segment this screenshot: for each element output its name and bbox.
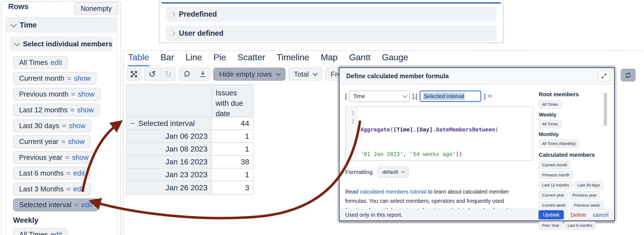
member-chip-previous-year[interactable]: Previous year=show [13, 151, 95, 164]
table-row[interactable]: Jan 16 2023 38 [127, 156, 253, 168]
tab-line[interactable]: Line [185, 52, 202, 67]
update-button[interactable]: Update [538, 210, 564, 219]
cancel-link[interactable]: cancel [593, 212, 609, 218]
row-label-cell[interactable]: Jan 26 2023 [127, 181, 212, 194]
table-row[interactable]: Jan 26 2023 3 [127, 181, 253, 194]
monthly-member-chip[interactable]: All Times (Monthly) [539, 140, 579, 148]
member-chip-current-month[interactable]: Current month=show [13, 72, 97, 85]
tutorial-link[interactable]: calculated members tutorial [360, 189, 426, 195]
row-label-cell[interactable]: −Selected interval [127, 117, 212, 129]
member-eq: = [66, 169, 70, 177]
row-label-cell[interactable]: Jan 08 2023 [127, 143, 212, 155]
sidebar-scrollbar[interactable] [604, 93, 607, 126]
download-button[interactable] [195, 70, 210, 78]
hide-empty-rows-button[interactable]: Hide empty rows [213, 68, 285, 81]
member-chip-all-times[interactable]: All Timesedit [13, 56, 68, 69]
code-token: , [403, 151, 410, 157]
member-action-link[interactable]: edit [73, 185, 85, 193]
report-table: Issues with due date −Selected interval … [126, 85, 254, 195]
member-action-link[interactable]: show [77, 106, 94, 114]
editor-code[interactable]: Aggregate([Time].[Day].DateMembersBetwee… [357, 107, 498, 160]
measure-header-cell[interactable]: Issues with due date [212, 85, 253, 117]
expand-table-button[interactable] [126, 68, 142, 81]
undo-icon: ↺ [149, 70, 156, 79]
calc-member-chip[interactable]: Previous year [569, 191, 600, 199]
tab-scatter[interactable]: Scatter [237, 52, 265, 67]
table-toolbar: ↺ ↻ Hide empty rows Total Freeze he [126, 68, 369, 81]
calc-member-chip[interactable]: Current week [539, 201, 569, 209]
row-label-cell[interactable]: Jan 16 2023 [127, 156, 212, 168]
code-token: '54 weeks ago' [410, 151, 456, 157]
row-value-cell: 38 [212, 156, 253, 168]
select-individual-members-header[interactable]: Select individual members [10, 37, 113, 51]
table-row[interactable]: −Selected interval 44 [127, 117, 253, 130]
member-action-link[interactable]: show [74, 74, 91, 83]
delete-link[interactable]: Delete [570, 212, 586, 218]
member-action-link[interactable]: show [78, 90, 95, 98]
tab-gantt[interactable]: Gantt [349, 52, 370, 67]
time-dimension-header[interactable]: Time [6, 17, 117, 33]
calc-member-chip[interactable]: Last 12 months [539, 181, 572, 189]
tab-map[interactable]: Map [321, 52, 338, 67]
tab-table[interactable]: Table [128, 52, 149, 67]
member-name-input[interactable]: Selected interval [420, 91, 481, 102]
tab-gauge[interactable]: Gauge [382, 52, 408, 67]
row-value-cell: 3 [212, 181, 253, 194]
table-row[interactable]: Jan 06 2023 1 [127, 130, 253, 143]
member-eq: = [74, 201, 78, 209]
dialog-title: Define calculated member formula [346, 73, 449, 80]
predefined-section-row[interactable]: Predefined [166, 7, 496, 22]
row-label-cell[interactable]: Jan 23 2023 [127, 168, 212, 181]
line-number: 1 [346, 109, 354, 117]
code-token: [Time] [393, 126, 413, 133]
member-action-link[interactable]: show [68, 137, 85, 146]
member-label: Last 30 days [19, 122, 59, 130]
member-action-link[interactable]: edit [73, 169, 85, 177]
code-token: Aggregate [360, 126, 390, 133]
calc-member-chip[interactable]: Last 6 months [564, 221, 596, 230]
collapse-minus-icon[interactable]: − [131, 119, 135, 128]
member-chip-last-30-days[interactable]: Last 30 days=show [13, 119, 91, 132]
undo-redo-group: ↺ ↻ [144, 68, 176, 81]
member-chip-selected-interval[interactable]: Selected interval=edit [13, 198, 98, 211]
member-chip-last-6-months[interactable]: Last 6 months=edit [13, 167, 91, 180]
member-action-link[interactable]: edit [50, 58, 62, 67]
member-action-link[interactable]: show [72, 153, 89, 162]
tab-timeline[interactable]: Timeline [276, 52, 309, 67]
formula-code-editor[interactable]: 1 2 Aggregate([Time].[Day].DateMembersBe… [345, 106, 533, 161]
tab-pie[interactable]: Pie [213, 52, 226, 67]
table-row[interactable]: Jan 23 2023 1 [127, 168, 253, 181]
calc-member-chip[interactable]: Previous week [571, 201, 603, 209]
member-chip-weekly-all-times[interactable]: All Timesedit [13, 228, 68, 235]
root-members-heading: Root members [539, 91, 605, 98]
nonempty-button[interactable]: Nonempty [74, 2, 118, 15]
member-action-link[interactable]: show [69, 122, 86, 130]
member-chip-current-year[interactable]: Current year=show [13, 135, 91, 148]
weekly-member-chip[interactable]: All Times [539, 120, 561, 128]
member-chip-previous-month[interactable]: Previous month=show [13, 88, 101, 101]
member-chip-last-3-months[interactable]: Last 3 Months=edit [13, 183, 91, 195]
member-label: Previous month [19, 90, 68, 98]
bracket-open: [ [345, 93, 347, 100]
member-action-link[interactable]: edit [81, 201, 92, 209]
refresh-report-button[interactable] [621, 69, 636, 82]
row-label-cell[interactable]: Jan 06 2023 [127, 130, 212, 142]
calc-member-chip[interactable]: Current month [539, 161, 571, 169]
root-member-chip[interactable]: All Times [539, 100, 561, 109]
total-button[interactable]: Total [288, 68, 322, 81]
table-row[interactable]: Jan 08 2023 1 [127, 143, 253, 156]
comment-button[interactable] [179, 70, 195, 78]
calc-member-chip[interactable]: Prev Year [539, 221, 562, 230]
dialog-resize-button[interactable] [598, 71, 610, 82]
member-action-link[interactable]: edit [50, 230, 62, 235]
redo-button[interactable]: ↻ [160, 70, 176, 79]
calc-member-chip[interactable]: Current year [539, 191, 567, 199]
tab-bar[interactable]: Bar [161, 52, 174, 67]
dimension-select[interactable]: Time [349, 91, 410, 102]
member-chip-last-12-months[interactable]: Last 12 months=show [13, 104, 100, 116]
user-defined-section-row[interactable]: User defined [166, 26, 496, 41]
undo-button[interactable]: ↺ [145, 70, 160, 79]
formatting-select[interactable]: default [377, 166, 409, 178]
calc-member-chip[interactable]: Last 30 days [574, 181, 603, 189]
calc-member-chip[interactable]: Previous month [539, 171, 573, 179]
